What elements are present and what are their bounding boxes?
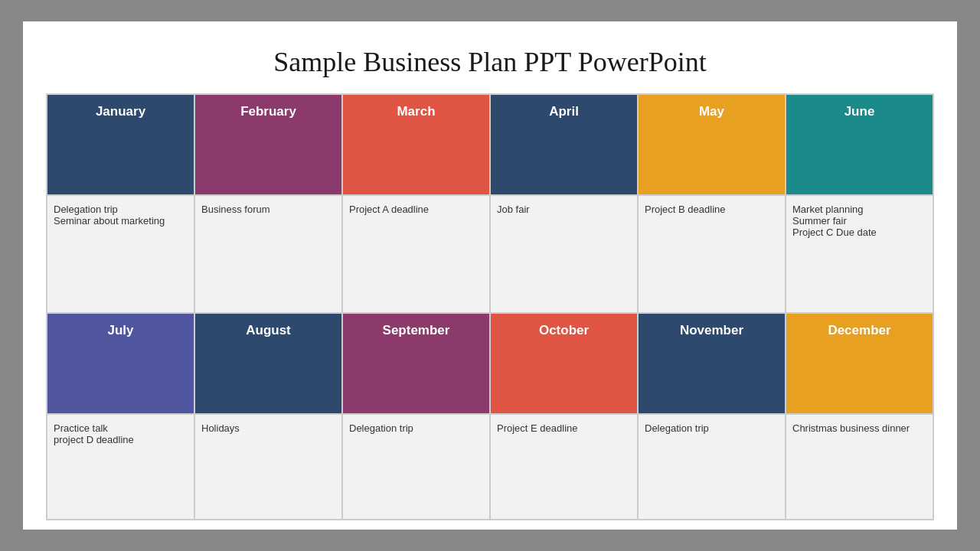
header-november: November xyxy=(638,313,786,414)
header-december: December xyxy=(786,313,933,414)
cell-february: Business forum xyxy=(194,195,342,312)
cell-june: Market planning Summer fair Project C Du… xyxy=(786,195,933,312)
header-july: July xyxy=(47,313,194,414)
header-january: January xyxy=(47,94,194,195)
header-april: April xyxy=(490,94,638,195)
cell-july: Practice talk project D deadline xyxy=(47,414,194,520)
header-february: February xyxy=(194,94,342,195)
cell-september: Delegation trip xyxy=(342,414,490,520)
page-title: Sample Business Plan PPT PowerPoint xyxy=(46,46,934,78)
header-may: May xyxy=(638,94,786,195)
cell-january: Delegation trip Seminar about marketing xyxy=(47,195,194,312)
cell-november: Delegation trip xyxy=(638,414,786,520)
calendar-grid: JanuaryFebruaryMarchAprilMayJuneDelegati… xyxy=(46,93,934,520)
header-august: August xyxy=(194,313,342,414)
cell-october: Project E deadline xyxy=(490,414,638,520)
slide: Sample Business Plan PPT PowerPoint Janu… xyxy=(23,15,957,536)
header-june: June xyxy=(786,94,933,195)
header-september: September xyxy=(342,313,490,414)
cell-april: Job fair xyxy=(490,195,638,312)
cell-december: Christmas business dinner xyxy=(786,414,933,520)
header-october: October xyxy=(490,313,638,414)
header-march: March xyxy=(342,94,490,195)
cell-august: Holidays xyxy=(194,414,342,520)
cell-may: Project B deadline xyxy=(638,195,786,312)
cell-march: Project A deadline xyxy=(342,195,490,312)
